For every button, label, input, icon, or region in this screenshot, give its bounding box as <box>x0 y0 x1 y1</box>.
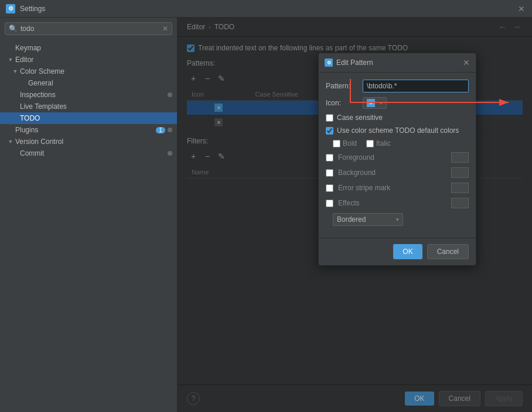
arrow-icon <box>12 103 19 110</box>
search-icon: 🔍 <box>9 25 18 33</box>
edit-pattern-modal: ⚙ Edit Pattern ✕ Pattern: Icon: <box>318 53 476 266</box>
arrow-icon <box>7 44 14 52</box>
plugins-badge: 1 <box>156 127 165 133</box>
foreground-label: Foreground <box>338 153 446 162</box>
bold-italic-row: Bold Italic <box>326 139 469 147</box>
effects-type-dropdown[interactable]: Bordered ▾ <box>333 213 403 226</box>
effects-row: Effects <box>326 198 469 208</box>
effects-type-row: Bordered ▾ <box>326 213 469 226</box>
bold-checkbox-group: Bold <box>333 139 357 147</box>
modal-close-button[interactable]: ✕ <box>463 58 470 67</box>
sidebar-item-live-templates[interactable]: Live Templates <box>0 101 177 112</box>
sidebar-item-label: Color Scheme <box>20 67 64 75</box>
sidebar-item-general[interactable]: General <box>0 77 177 89</box>
modal-body: Pattern: Icon: ≡ ▾ <box>319 73 476 238</box>
error-stripe-label: Error stripe mark <box>338 184 446 192</box>
modal-footer: OK Cancel <box>319 238 476 265</box>
pattern-row: Pattern: <box>326 80 469 92</box>
sidebar-item-commit[interactable]: Commit <box>0 147 177 159</box>
sidebar-item-label: Inspections <box>20 91 56 99</box>
italic-checkbox[interactable] <box>366 140 374 147</box>
error-stripe-checkbox[interactable] <box>326 184 333 192</box>
effects-type-label: Bordered <box>337 215 396 224</box>
use-color-scheme-checkbox[interactable] <box>326 127 333 135</box>
italic-label: Italic <box>376 139 391 147</box>
icon-select-dropdown[interactable]: ≡ ▾ <box>363 97 387 109</box>
icon-preview: ≡ <box>367 99 375 107</box>
arrow-icon: ▼ <box>7 56 14 63</box>
window-title: Settings <box>20 5 517 13</box>
indicator-icon <box>168 151 172 156</box>
indicator-icon <box>168 92 172 97</box>
search-box: 🔍 ✕ <box>5 22 172 35</box>
italic-checkbox-group: Italic <box>366 139 391 147</box>
case-sensitive-checkbox[interactable] <box>326 114 333 122</box>
sidebar-item-label: Editor <box>15 56 33 64</box>
sidebar-item-editor[interactable]: ▼ Editor <box>0 54 177 66</box>
sidebar-item-plugins[interactable]: Plugins 1 <box>0 124 177 136</box>
use-color-scheme-row: Use color scheme TODO default colors <box>326 126 469 135</box>
arrow-icon <box>12 91 19 98</box>
foreground-row: Foreground <box>326 152 469 163</box>
arrow-icon <box>12 115 19 122</box>
icon-selector: ≡ ▾ <box>363 97 469 109</box>
background-row: Background <box>326 167 469 178</box>
sidebar-item-inspections[interactable]: Inspections <box>0 89 177 101</box>
modal-ok-button[interactable]: OK <box>393 244 422 259</box>
sidebar-item-label: General <box>28 79 53 87</box>
foreground-checkbox[interactable] <box>326 154 333 162</box>
modal-title: Edit Pattern <box>336 59 463 67</box>
background-label: Background <box>338 169 446 177</box>
dropdown-arrow-icon: ▾ <box>396 217 399 222</box>
icon-label: Icon: <box>326 99 358 107</box>
case-sensitive-label: Case sensitive <box>337 114 383 122</box>
case-sensitive-row: Case sensitive <box>326 114 469 122</box>
error-stripe-swatch[interactable] <box>451 183 469 193</box>
indicator-icon <box>168 128 172 132</box>
app-icon: ⚙ <box>6 4 15 13</box>
search-clear-icon[interactable]: ✕ <box>162 25 168 33</box>
bold-checkbox[interactable] <box>333 140 340 147</box>
arrow-icon: ▼ <box>7 138 14 145</box>
sidebar-item-todo[interactable]: TODO <box>0 112 177 124</box>
close-button[interactable]: ✕ <box>517 4 526 13</box>
sidebar-item-keymap[interactable]: Keymap <box>0 42 177 54</box>
pattern-input[interactable] <box>363 80 469 92</box>
error-stripe-row: Error stripe mark <box>326 183 469 193</box>
effects-swatch[interactable] <box>451 198 469 208</box>
modal-icon: ⚙ <box>325 59 333 67</box>
sidebar-tree: Keymap ▼ Editor ▼ Color Scheme General I… <box>0 40 177 412</box>
search-input[interactable] <box>21 25 162 33</box>
effects-checkbox[interactable] <box>326 200 333 207</box>
sidebar: 🔍 ✕ Keymap ▼ Editor ▼ Color Scheme Gener… <box>0 18 178 412</box>
title-bar: ⚙ Settings ✕ <box>0 0 532 18</box>
arrow-icon <box>12 150 19 157</box>
modal-title-bar: ⚙ Edit Pattern ✕ <box>319 53 476 73</box>
background-swatch[interactable] <box>451 167 469 178</box>
main-container: 🔍 ✕ Keymap ▼ Editor ▼ Color Scheme Gener… <box>0 18 532 412</box>
pattern-label: Pattern: <box>326 82 358 90</box>
background-checkbox[interactable] <box>326 169 333 177</box>
arrow-icon: ▼ <box>12 68 19 75</box>
modal-cancel-button[interactable]: Cancel <box>427 244 469 259</box>
bold-label: Bold <box>343 139 357 147</box>
sidebar-item-color-scheme[interactable]: ▼ Color Scheme <box>0 66 177 77</box>
sidebar-item-version-control[interactable]: ▼ Version Control <box>0 136 177 147</box>
foreground-swatch[interactable] <box>451 152 469 163</box>
sidebar-item-label: Live Templates <box>20 102 67 111</box>
sidebar-item-label: TODO <box>20 114 40 122</box>
icon-row: Icon: ≡ ▾ <box>326 97 469 109</box>
content-area: Editor › TODO ← → Treat indented text on… <box>178 18 532 412</box>
use-color-scheme-label: Use color scheme TODO default colors <box>337 126 459 135</box>
sidebar-item-label: Keymap <box>15 44 41 52</box>
sidebar-item-label: Version Control <box>15 138 63 146</box>
effects-label: Effects <box>338 199 446 207</box>
arrow-icon <box>7 126 14 133</box>
modal-overlay: ⚙ Edit Pattern ✕ Pattern: Icon: <box>178 18 532 412</box>
chevron-down-icon: ▾ <box>380 100 383 106</box>
sidebar-item-label: Commit <box>20 149 44 157</box>
sidebar-item-label: Plugins <box>15 126 38 134</box>
arrow-icon <box>20 80 27 87</box>
